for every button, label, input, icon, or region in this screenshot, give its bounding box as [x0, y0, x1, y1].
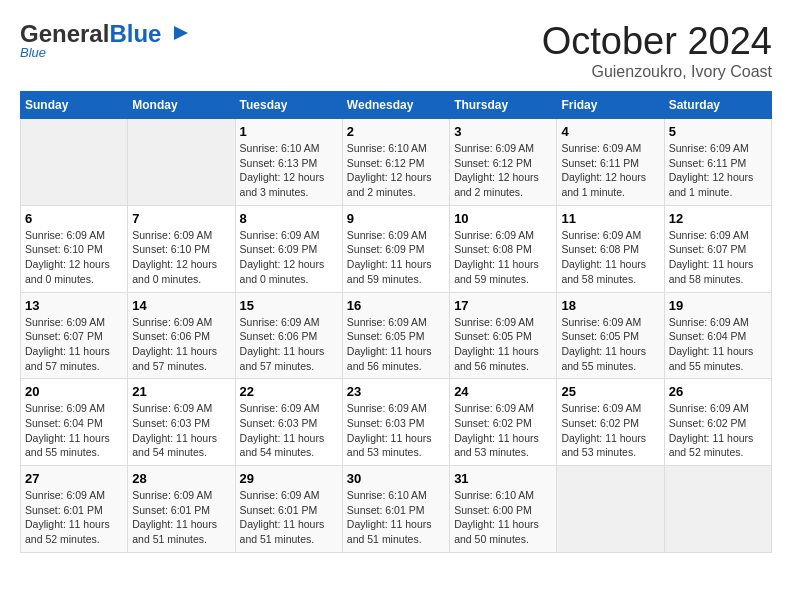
logo-general: General — [20, 20, 109, 47]
day-info: Sunrise: 6:09 AM Sunset: 6:10 PM Dayligh… — [132, 228, 230, 287]
day-number: 10 — [454, 211, 552, 226]
day-number: 26 — [669, 384, 767, 399]
calendar-week-row: 6Sunrise: 6:09 AM Sunset: 6:10 PM Daylig… — [21, 205, 772, 292]
calendar-week-row: 27Sunrise: 6:09 AM Sunset: 6:01 PM Dayli… — [21, 466, 772, 553]
table-row: 21Sunrise: 6:09 AM Sunset: 6:03 PM Dayli… — [128, 379, 235, 466]
day-number: 5 — [669, 124, 767, 139]
title-section: October 2024 Guienzoukro, Ivory Coast — [542, 20, 772, 81]
day-info: Sunrise: 6:09 AM Sunset: 6:09 PM Dayligh… — [240, 228, 338, 287]
day-info: Sunrise: 6:09 AM Sunset: 6:08 PM Dayligh… — [454, 228, 552, 287]
day-info: Sunrise: 6:09 AM Sunset: 6:03 PM Dayligh… — [132, 401, 230, 460]
table-row: 31Sunrise: 6:10 AM Sunset: 6:00 PM Dayli… — [450, 466, 557, 553]
logo-text: GeneralBlue — [20, 20, 190, 48]
day-info: Sunrise: 6:09 AM Sunset: 6:02 PM Dayligh… — [561, 401, 659, 460]
col-saturday: Saturday — [664, 92, 771, 119]
day-number: 13 — [25, 298, 123, 313]
table-row: 22Sunrise: 6:09 AM Sunset: 6:03 PM Dayli… — [235, 379, 342, 466]
table-row: 16Sunrise: 6:09 AM Sunset: 6:05 PM Dayli… — [342, 292, 449, 379]
day-info: Sunrise: 6:09 AM Sunset: 6:02 PM Dayligh… — [454, 401, 552, 460]
table-row — [664, 466, 771, 553]
table-row: 26Sunrise: 6:09 AM Sunset: 6:02 PM Dayli… — [664, 379, 771, 466]
day-number: 16 — [347, 298, 445, 313]
day-number: 14 — [132, 298, 230, 313]
table-row: 5Sunrise: 6:09 AM Sunset: 6:11 PM Daylig… — [664, 119, 771, 206]
table-row: 3Sunrise: 6:09 AM Sunset: 6:12 PM Daylig… — [450, 119, 557, 206]
day-info: Sunrise: 6:09 AM Sunset: 6:03 PM Dayligh… — [240, 401, 338, 460]
day-info: Sunrise: 6:10 AM Sunset: 6:13 PM Dayligh… — [240, 141, 338, 200]
col-wednesday: Wednesday — [342, 92, 449, 119]
day-number: 22 — [240, 384, 338, 399]
col-sunday: Sunday — [21, 92, 128, 119]
day-number: 24 — [454, 384, 552, 399]
day-number: 1 — [240, 124, 338, 139]
day-number: 25 — [561, 384, 659, 399]
day-info: Sunrise: 6:09 AM Sunset: 6:01 PM Dayligh… — [132, 488, 230, 547]
day-number: 21 — [132, 384, 230, 399]
table-row: 7Sunrise: 6:09 AM Sunset: 6:10 PM Daylig… — [128, 205, 235, 292]
day-number: 7 — [132, 211, 230, 226]
table-row: 29Sunrise: 6:09 AM Sunset: 6:01 PM Dayli… — [235, 466, 342, 553]
calendar-header-row: Sunday Monday Tuesday Wednesday Thursday… — [21, 92, 772, 119]
calendar-week-row: 1Sunrise: 6:10 AM Sunset: 6:13 PM Daylig… — [21, 119, 772, 206]
day-info: Sunrise: 6:09 AM Sunset: 6:11 PM Dayligh… — [561, 141, 659, 200]
day-info: Sunrise: 6:09 AM Sunset: 6:06 PM Dayligh… — [240, 315, 338, 374]
table-row: 9Sunrise: 6:09 AM Sunset: 6:09 PM Daylig… — [342, 205, 449, 292]
logo: GeneralBlue Blue — [20, 20, 190, 60]
day-number: 6 — [25, 211, 123, 226]
day-number: 19 — [669, 298, 767, 313]
table-row: 28Sunrise: 6:09 AM Sunset: 6:01 PM Dayli… — [128, 466, 235, 553]
table-row: 11Sunrise: 6:09 AM Sunset: 6:08 PM Dayli… — [557, 205, 664, 292]
table-row: 19Sunrise: 6:09 AM Sunset: 6:04 PM Dayli… — [664, 292, 771, 379]
day-info: Sunrise: 6:09 AM Sunset: 6:05 PM Dayligh… — [454, 315, 552, 374]
table-row: 4Sunrise: 6:09 AM Sunset: 6:11 PM Daylig… — [557, 119, 664, 206]
day-info: Sunrise: 6:10 AM Sunset: 6:01 PM Dayligh… — [347, 488, 445, 547]
table-row: 8Sunrise: 6:09 AM Sunset: 6:09 PM Daylig… — [235, 205, 342, 292]
day-info: Sunrise: 6:09 AM Sunset: 6:02 PM Dayligh… — [669, 401, 767, 460]
day-info: Sunrise: 6:09 AM Sunset: 6:05 PM Dayligh… — [561, 315, 659, 374]
table-row — [557, 466, 664, 553]
svg-marker-0 — [174, 26, 188, 40]
table-row: 1Sunrise: 6:10 AM Sunset: 6:13 PM Daylig… — [235, 119, 342, 206]
table-row — [128, 119, 235, 206]
table-row: 27Sunrise: 6:09 AM Sunset: 6:01 PM Dayli… — [21, 466, 128, 553]
day-info: Sunrise: 6:09 AM Sunset: 6:01 PM Dayligh… — [240, 488, 338, 547]
calendar-week-row: 20Sunrise: 6:09 AM Sunset: 6:04 PM Dayli… — [21, 379, 772, 466]
month-title: October 2024 — [542, 20, 772, 63]
calendar-week-row: 13Sunrise: 6:09 AM Sunset: 6:07 PM Dayli… — [21, 292, 772, 379]
day-number: 20 — [25, 384, 123, 399]
table-row: 24Sunrise: 6:09 AM Sunset: 6:02 PM Dayli… — [450, 379, 557, 466]
table-row: 10Sunrise: 6:09 AM Sunset: 6:08 PM Dayli… — [450, 205, 557, 292]
day-number: 4 — [561, 124, 659, 139]
day-number: 30 — [347, 471, 445, 486]
day-number: 27 — [25, 471, 123, 486]
col-thursday: Thursday — [450, 92, 557, 119]
day-info: Sunrise: 6:09 AM Sunset: 6:07 PM Dayligh… — [25, 315, 123, 374]
day-info: Sunrise: 6:09 AM Sunset: 6:06 PM Dayligh… — [132, 315, 230, 374]
calendar-table: Sunday Monday Tuesday Wednesday Thursday… — [20, 91, 772, 553]
table-row: 12Sunrise: 6:09 AM Sunset: 6:07 PM Dayli… — [664, 205, 771, 292]
col-tuesday: Tuesday — [235, 92, 342, 119]
table-row: 25Sunrise: 6:09 AM Sunset: 6:02 PM Dayli… — [557, 379, 664, 466]
day-number: 29 — [240, 471, 338, 486]
day-number: 15 — [240, 298, 338, 313]
day-info: Sunrise: 6:09 AM Sunset: 6:04 PM Dayligh… — [669, 315, 767, 374]
day-info: Sunrise: 6:09 AM Sunset: 6:12 PM Dayligh… — [454, 141, 552, 200]
table-row: 20Sunrise: 6:09 AM Sunset: 6:04 PM Dayli… — [21, 379, 128, 466]
table-row: 30Sunrise: 6:10 AM Sunset: 6:01 PM Dayli… — [342, 466, 449, 553]
day-number: 28 — [132, 471, 230, 486]
day-info: Sunrise: 6:10 AM Sunset: 6:00 PM Dayligh… — [454, 488, 552, 547]
day-info: Sunrise: 6:10 AM Sunset: 6:12 PM Dayligh… — [347, 141, 445, 200]
day-number: 18 — [561, 298, 659, 313]
day-number: 3 — [454, 124, 552, 139]
col-friday: Friday — [557, 92, 664, 119]
table-row — [21, 119, 128, 206]
day-info: Sunrise: 6:09 AM Sunset: 6:08 PM Dayligh… — [561, 228, 659, 287]
day-info: Sunrise: 6:09 AM Sunset: 6:11 PM Dayligh… — [669, 141, 767, 200]
day-number: 23 — [347, 384, 445, 399]
table-row: 23Sunrise: 6:09 AM Sunset: 6:03 PM Dayli… — [342, 379, 449, 466]
table-row: 6Sunrise: 6:09 AM Sunset: 6:10 PM Daylig… — [21, 205, 128, 292]
table-row: 14Sunrise: 6:09 AM Sunset: 6:06 PM Dayli… — [128, 292, 235, 379]
day-number: 31 — [454, 471, 552, 486]
day-number: 17 — [454, 298, 552, 313]
day-info: Sunrise: 6:09 AM Sunset: 6:07 PM Dayligh… — [669, 228, 767, 287]
